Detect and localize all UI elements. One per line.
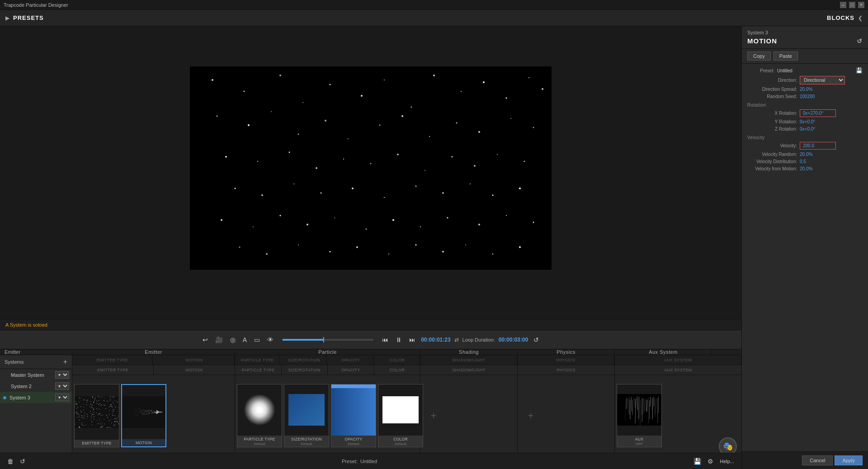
systems-header-label: Systems xyxy=(5,359,24,365)
velocity-random-row: Velocity Random: 20.0% xyxy=(747,152,863,157)
y-rotation-label: Y Rotation: xyxy=(747,119,797,124)
settings-btn[interactable]: ⚙ xyxy=(706,456,715,467)
aux-stab[interactable]: AUX SYSTEM xyxy=(615,365,741,375)
motion-card[interactable]: MOTION xyxy=(121,384,166,447)
cancel-btn[interactable]: Cancel xyxy=(802,455,833,465)
add-system-btn[interactable]: + xyxy=(63,358,67,366)
topbar: ▶ PRESETS BLOCKS ❮ xyxy=(0,10,868,26)
velocity-distribution-value: 0.5 xyxy=(800,159,806,164)
shading-inactive-row: SHADOW/LIGHT xyxy=(420,355,517,365)
system3-eye-icon: ◉ xyxy=(3,395,7,400)
systems-tab: Emitter xyxy=(0,349,72,355)
opacity-stab[interactable]: OPACITY xyxy=(328,365,374,375)
master-system-dropdown[interactable]: ▾ xyxy=(55,371,69,379)
emitter-type-card[interactable]: EMITTER TYPE xyxy=(74,384,119,447)
random-seed-row: Random Seed: 100200 xyxy=(747,94,863,99)
particle-type-sublabel: Default xyxy=(244,442,275,446)
opacity-label: OPACITY xyxy=(345,437,363,442)
size-rotation-visual xyxy=(288,394,325,426)
main-layout: A System is soloed ↩ 🎥 ◎ A ▭ 👁 ⏮ ⏸ ⏭ 00:… xyxy=(0,26,868,469)
right-system-title: System 3 xyxy=(747,30,863,35)
aux-subtabs: AUX SYSTEM xyxy=(615,365,741,375)
size-rotation-inactive: SIZE/ROTATION xyxy=(282,355,326,365)
motion-thumb xyxy=(122,385,165,439)
help-btn[interactable]: Help... xyxy=(718,457,736,466)
go-start-btn[interactable]: ⏮ xyxy=(380,334,390,345)
z-rotation-label: Z Rotation: xyxy=(747,127,797,131)
trash-btn[interactable]: 🗑 xyxy=(5,456,15,467)
loop-reset-btn[interactable]: ↺ xyxy=(532,334,541,345)
blocks-arrow-icon[interactable]: ❮ xyxy=(858,15,863,21)
color-visual xyxy=(382,396,419,423)
aux-tab-label: Aux System xyxy=(649,349,678,355)
preset-prop-value: Untitled xyxy=(777,68,853,73)
right-section-title: MOTION ↺ xyxy=(747,37,863,45)
size-rotation-card[interactable]: SIZE/ROTATION Default xyxy=(284,384,329,447)
eye-btn[interactable]: 👁 xyxy=(265,334,275,345)
apply-btn[interactable]: Apply xyxy=(835,455,863,465)
paste-btn[interactable]: Paste xyxy=(774,52,798,61)
system-item-3[interactable]: ◉ System 3 ▾ xyxy=(0,392,72,403)
color-stab[interactable]: COLOR xyxy=(374,365,420,375)
particle-type-card[interactable]: PARTICLE TYPE Default xyxy=(237,384,282,447)
emitter-type-stab[interactable]: EMITTER TYPE xyxy=(72,365,154,375)
y-rotation-row: Y Rotation: 0x+0.0° xyxy=(747,119,863,124)
random-seed-value: 100200 xyxy=(800,94,815,99)
color-thumb-container xyxy=(378,385,423,436)
go-end-btn[interactable]: ⏭ xyxy=(407,334,417,345)
aux-tab-header[interactable]: Aux System xyxy=(615,349,712,355)
system-item-2[interactable]: System 2 ▾ xyxy=(0,380,72,392)
opacity-inactive: OPACITY xyxy=(329,355,373,365)
system-item-master[interactable]: Master System ▾ xyxy=(0,369,72,380)
shading-stab[interactable]: SHADOW/LIGHT xyxy=(420,365,517,375)
text-btn[interactable]: A xyxy=(241,334,249,345)
pause-btn[interactable]: ⏸ xyxy=(394,334,404,345)
system3-dropdown[interactable]: ▾ xyxy=(55,394,69,401)
opacity-card[interactable]: OPACITY Default xyxy=(331,384,376,447)
aux-card[interactable]: AUX OFF xyxy=(617,384,662,447)
opacity-thumb-container xyxy=(331,385,376,436)
emitter-type-inactive: EMITTER TYPE xyxy=(72,355,153,365)
aux-thumb-container xyxy=(617,385,661,436)
maximize-btn[interactable]: □ xyxy=(849,2,855,8)
direction-select[interactable]: Directional Uniform Disc xyxy=(800,76,845,84)
preset-save-icon[interactable]: 💾 xyxy=(856,67,863,74)
ripple-btn[interactable]: ◎ xyxy=(228,334,237,345)
undo2-btn[interactable]: ↺ xyxy=(18,456,27,467)
physics-subtabs: PHYSICS xyxy=(518,365,614,375)
physics-tab-header[interactable]: Physics xyxy=(518,349,615,355)
motion-stab[interactable]: MOTION xyxy=(154,365,235,375)
right-panel-actions: Cancel Apply xyxy=(742,451,868,469)
frame-btn[interactable]: ▭ xyxy=(252,334,262,345)
right-panel: System 3 MOTION ↺ Copy Paste Preset: Unt… xyxy=(741,26,868,469)
loop-time: 00:00:03:00 xyxy=(499,337,528,343)
particle-type-stab[interactable]: PARTICLE TYPE xyxy=(235,365,282,375)
color-card[interactable]: COLOR Default xyxy=(378,384,423,447)
motion-canvas xyxy=(122,396,165,428)
save-preset-btn[interactable]: 💾 xyxy=(692,456,703,467)
minimize-btn[interactable]: – xyxy=(840,2,846,8)
color-label: COLOR xyxy=(393,437,408,442)
copy-btn[interactable]: Copy xyxy=(747,52,771,61)
reset-icon[interactable]: ↺ xyxy=(857,38,863,45)
undo-btn[interactable]: ↩ xyxy=(201,334,210,345)
presets-arrow-icon[interactable]: ▶ xyxy=(5,15,9,21)
emitter-tab-header[interactable]: Emitter xyxy=(72,349,235,355)
preset-bar-label: Preset: xyxy=(342,459,358,464)
direction-spread-value: 20.0% xyxy=(800,87,812,92)
timeline-bar[interactable] xyxy=(283,339,373,341)
size-rotation-stab[interactable]: SIZE/ROTATION xyxy=(282,365,328,375)
center-content: A System is soloed ↩ 🎥 ◎ A ▭ 👁 ⏮ ⏸ ⏭ 00:… xyxy=(0,26,741,469)
velocity-value[interactable]: 200.0 xyxy=(800,142,836,150)
shading-add-btn[interactable]: + xyxy=(422,384,445,447)
physics-stab[interactable]: PHYSICS xyxy=(518,365,614,375)
x-rotation-value[interactable]: 0x+270.0° xyxy=(800,109,836,117)
blocks-label: BLOCKS xyxy=(827,14,854,21)
particle-tab-header[interactable]: Particle xyxy=(235,349,420,355)
close-btn[interactable]: × xyxy=(858,2,864,8)
record-btn[interactable]: 🎥 xyxy=(213,334,225,345)
shading-tab-header[interactable]: Shading xyxy=(420,349,518,355)
system2-dropdown[interactable]: ▾ xyxy=(55,382,69,390)
physics-add-btn[interactable]: + xyxy=(519,384,542,447)
particle-inactive-row: PARTICLE TYPE SIZE/ROTATION OPACITY COLO… xyxy=(235,355,420,365)
